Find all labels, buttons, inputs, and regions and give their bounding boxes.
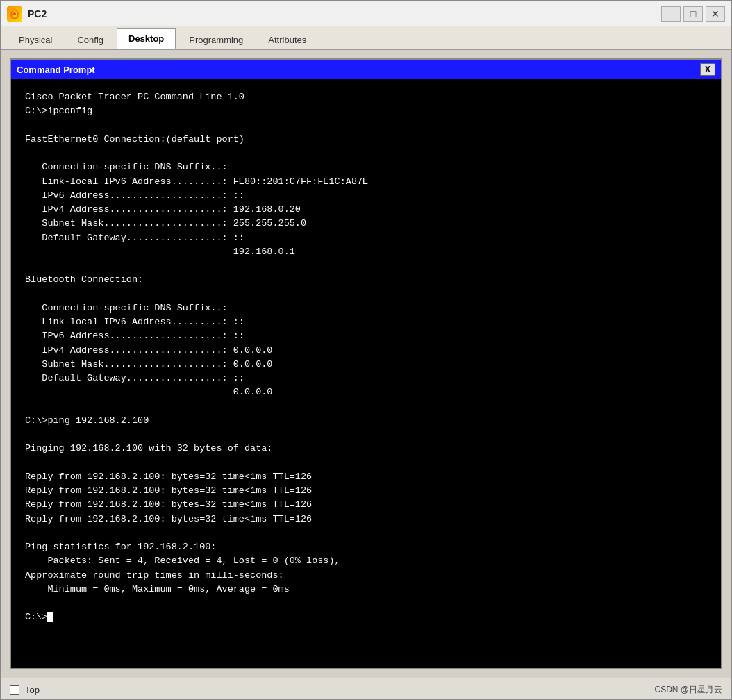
status-bar: Top CSDN @日星月云: [1, 678, 731, 700]
top-label: Top: [25, 685, 40, 695]
tab-programming[interactable]: Programming: [177, 30, 255, 49]
title-bar-left: PC2: [7, 6, 47, 22]
top-checkbox[interactable]: [10, 685, 19, 695]
cmd-title-text: Command Prompt: [17, 65, 95, 75]
svg-point-2: [13, 12, 16, 15]
main-content: Command Prompt X Cisco Packet Tracer PC …: [1, 50, 731, 678]
tab-physical[interactable]: Physical: [7, 30, 64, 49]
minimize-button[interactable]: —: [661, 6, 681, 22]
title-bar-controls: — □ ✕: [661, 6, 725, 22]
tab-config[interactable]: Config: [65, 30, 115, 49]
tab-attributes[interactable]: Attributes: [256, 30, 318, 49]
cmd-window: Command Prompt X Cisco Packet Tracer PC …: [10, 58, 722, 669]
tab-desktop[interactable]: Desktop: [117, 28, 176, 49]
cmd-title-bar: Command Prompt X: [11, 60, 721, 79]
cmd-close-button[interactable]: X: [700, 63, 715, 76]
maximize-button[interactable]: □: [683, 6, 703, 22]
status-right-text: CSDN @日星月云: [654, 684, 722, 696]
terminal-output[interactable]: Cisco Packet Tracer PC Command Line 1.0 …: [11, 79, 721, 668]
window-title: PC2: [28, 8, 47, 19]
tab-bar: Physical Config Desktop Programming Attr…: [1, 26, 731, 50]
close-button[interactable]: ✕: [706, 6, 725, 22]
title-bar: PC2 — □ ✕: [1, 1, 731, 26]
app-icon: [7, 6, 22, 22]
status-left: Top: [10, 685, 40, 695]
